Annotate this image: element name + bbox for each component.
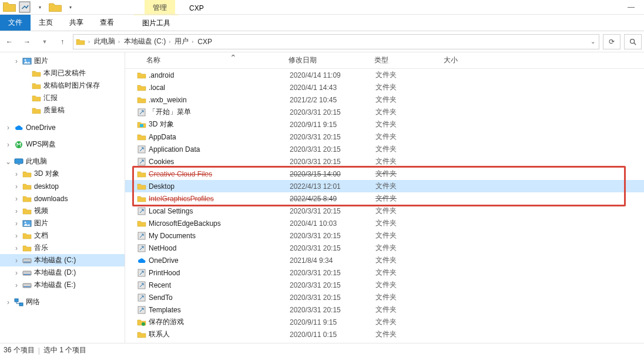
file-row[interactable]: Cookies2020/3/31 20:15文件夹 <box>125 155 644 168</box>
nav-up-button[interactable]: ↑ <box>55 35 69 49</box>
tree-item[interactable]: ›视频 <box>0 205 125 217</box>
file-date: 2020/4/14 11:09 <box>290 71 375 79</box>
nav-history-menu[interactable]: ▼ <box>38 35 52 49</box>
address-bar[interactable]: › 此电脑› 本地磁盘 (C:)› 用户› CXP ⌄ <box>73 34 599 49</box>
file-date: 2022/4/25 8:49 <box>290 195 375 203</box>
navigation-tree[interactable]: ›图片本周已发稿件发稿临时图片保存汇报质量稿›OneDrive›WPS网盘⌄此电… <box>0 52 125 343</box>
file-row[interactable]: Application Data2020/3/31 20:15文件夹 <box>125 143 644 155</box>
file-row[interactable]: Templates2020/3/31 20:15文件夹 <box>125 303 644 316</box>
tab-picture-tools[interactable]: 图片工具 <box>134 15 179 31</box>
folder-icon <box>32 94 41 103</box>
tree-expander-icon[interactable]: › <box>13 281 20 289</box>
column-header-date[interactable]: 修改日期 <box>285 55 371 65</box>
folder-icon <box>22 169 32 179</box>
crumb-1[interactable]: 本地磁盘 (C:)› <box>123 36 173 46</box>
tree-expander-icon[interactable]: › <box>13 232 20 240</box>
qat-customize-menu[interactable]: ▾ <box>63 1 78 14</box>
file-row[interactable]: Creative Cloud Files2020/3/15 14:00文件夹 <box>125 168 644 180</box>
tree-expander-icon[interactable]: › <box>13 57 20 65</box>
tree-item[interactable]: ›WPS网盘 <box>0 138 125 151</box>
crumb-2[interactable]: 用户› <box>173 36 196 46</box>
file-row[interactable]: .wxb_weixin2021/2/2 10:45文件夹 <box>125 94 644 106</box>
qat-open-folder-button[interactable] <box>48 1 62 14</box>
file-row[interactable]: OneDrive2021/8/4 9:34文件夹 <box>125 254 644 266</box>
tree-item[interactable]: ›图片 <box>0 55 125 67</box>
tree-item[interactable]: ›本地磁盘 (E:) <box>0 279 125 291</box>
folder-icon <box>22 206 32 216</box>
file-date: 2020/3/31 20:15 <box>290 133 375 141</box>
file-row[interactable]: AppData2020/3/31 20:15文件夹 <box>125 131 644 143</box>
file-row[interactable]: My Documents2020/3/31 20:15文件夹 <box>125 229 644 242</box>
tree-expander-icon[interactable]: › <box>13 207 20 215</box>
tab-view[interactable]: 查看 <box>92 15 122 31</box>
file-row[interactable]: Recent2020/3/31 20:15文件夹 <box>125 279 644 291</box>
column-header-type[interactable]: 类型 <box>371 55 440 65</box>
column-header-name[interactable]: 名称 <box>143 55 285 65</box>
tree-expander-icon[interactable]: › <box>13 182 20 191</box>
file-row[interactable]: .local2020/4/1 14:43文件夹 <box>125 81 644 94</box>
address-dropdown-icon[interactable]: ⌄ <box>591 38 595 45</box>
tree-item[interactable]: ›网络 <box>0 296 125 308</box>
file-date: 2020/3/31 20:15 <box>290 269 375 277</box>
tree-expander-icon[interactable]: › <box>5 298 12 306</box>
file-row[interactable]: NetHood2020/3/31 20:15文件夹 <box>125 242 644 254</box>
tree-item[interactable]: ›文档 <box>0 229 125 242</box>
tree-expander-icon[interactable]: › <box>13 269 20 277</box>
tree-expander-icon[interactable]: ⌄ <box>5 158 12 166</box>
file-type: 文件夹 <box>375 95 445 105</box>
qat-properties-menu[interactable]: ▾ <box>33 1 47 14</box>
tree-item[interactable]: 本周已发稿件 <box>0 67 125 79</box>
tree-item[interactable]: ›本地磁盘 (C:) <box>0 254 125 266</box>
tree-item[interactable]: ›3D 对象 <box>0 168 125 180</box>
tab-share[interactable]: 共享 <box>61 15 92 31</box>
minimize-button[interactable]: — <box>618 0 644 14</box>
tree-expander-icon[interactable]: › <box>13 219 20 228</box>
nav-forward-button[interactable]: → <box>20 35 34 49</box>
title-folder-icon[interactable] <box>2 1 16 14</box>
tree-expander-icon[interactable]: › <box>13 170 20 178</box>
tab-file[interactable]: 文件 <box>0 15 31 31</box>
column-header-size[interactable]: 大小 <box>440 55 487 65</box>
tree-item[interactable]: ›downloads <box>0 192 125 205</box>
tree-item[interactable]: ›本地磁盘 (D:) <box>0 266 125 279</box>
tree-item[interactable]: ⌄此电脑 <box>0 155 125 168</box>
file-row[interactable]: MicrosoftEdgeBackups2020/4/1 10:03文件夹 <box>125 217 644 229</box>
tree-item[interactable]: 汇报 <box>0 92 125 104</box>
file-row[interactable]: 3D 对象2020/9/11 9:15文件夹 <box>125 118 644 131</box>
file-row[interactable]: 保存的游戏2020/9/11 9:15文件夹 <box>125 316 644 328</box>
qat-properties-button[interactable] <box>18 1 32 14</box>
file-row[interactable]: Local Settings2020/3/31 20:15文件夹 <box>125 205 644 217</box>
tree-item[interactable]: 发稿临时图片保存 <box>0 79 125 92</box>
file-row[interactable]: 「开始」菜单2020/3/31 20:15文件夹 <box>125 106 644 118</box>
file-row[interactable]: 联系人2020/0/11 0:15文件夹 <box>125 328 644 341</box>
file-row[interactable]: .android2020/4/14 11:09文件夹 <box>125 69 644 81</box>
nav-back-button[interactable]: ← <box>2 35 16 49</box>
tree-item[interactable]: ›desktop <box>0 180 125 192</box>
address-root-icon[interactable]: › <box>75 37 93 46</box>
list-header: ⌃ 名称 修改日期 类型 大小 <box>125 52 644 69</box>
file-date: 2020/9/11 9:15 <box>290 318 375 326</box>
tree-item[interactable]: ›图片 <box>0 217 125 229</box>
tree-expander-icon[interactable]: › <box>13 244 20 252</box>
file-row[interactable]: SendTo2020/3/31 20:15文件夹 <box>125 291 644 303</box>
file-row[interactable]: IntelGraphicsProfiles2022/4/25 8:49文件夹 <box>125 192 644 205</box>
link-icon <box>136 157 147 166</box>
file-date: 2020/3/31 20:15 <box>290 207 375 215</box>
contextual-tab-manage[interactable]: 管理 <box>145 0 175 14</box>
refresh-button[interactable]: ⟳ <box>603 34 620 49</box>
file-row[interactable]: Desktop2022/4/13 12:01文件夹 <box>125 180 644 192</box>
tab-home[interactable]: 主页 <box>31 15 61 31</box>
tree-item[interactable]: 质量稿 <box>0 104 125 116</box>
crumb-3[interactable]: CXP <box>196 38 213 46</box>
file-row[interactable]: PrintHood2020/3/31 20:15文件夹 <box>125 266 644 279</box>
tree-expander-icon[interactable]: › <box>13 195 20 203</box>
tree-item[interactable]: ›音乐 <box>0 242 125 254</box>
search-button[interactable] <box>624 34 642 49</box>
file-name: Templates <box>147 306 290 314</box>
crumb-0[interactable]: 此电脑› <box>93 36 123 46</box>
tree-item[interactable]: ›OneDrive <box>0 121 125 134</box>
tree-expander-icon[interactable]: › <box>5 141 12 149</box>
tree-expander-icon[interactable]: › <box>13 256 20 265</box>
tree-expander-icon[interactable]: › <box>5 124 12 132</box>
ribbon-tabs: 文件 主页 共享 查看 图片工具 <box>0 15 644 31</box>
